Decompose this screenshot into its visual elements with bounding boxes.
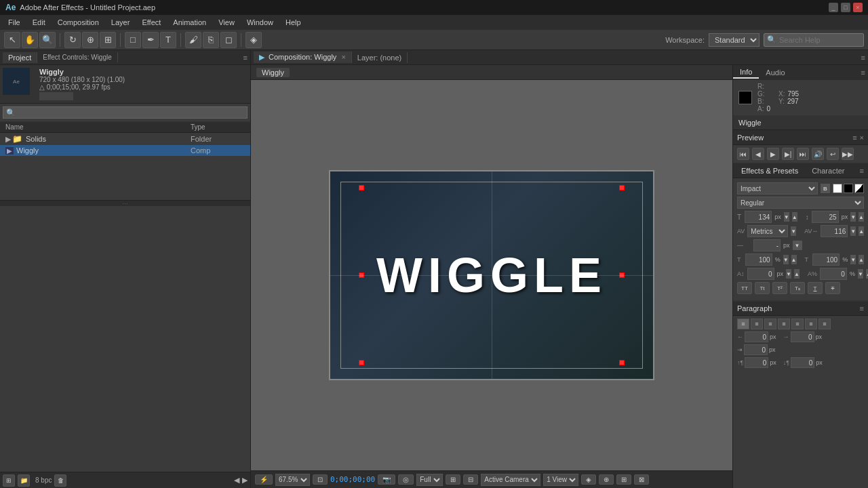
justify-last-right-btn[interactable]: ≡ — [805, 319, 817, 329]
render-mode-btn[interactable]: ◈ — [581, 474, 596, 485]
tsume-input[interactable] — [820, 268, 847, 280]
close-button[interactable]: × — [853, 3, 863, 12]
menu-effect[interactable]: Effect — [136, 17, 166, 28]
font-size-up[interactable]: ▲ — [792, 212, 797, 222]
minimize-button[interactable]: _ — [829, 3, 838, 12]
menu-animation[interactable]: Animation — [167, 17, 212, 28]
bs-down[interactable]: ▼ — [786, 269, 791, 279]
select-tool[interactable]: ↖ — [4, 32, 20, 48]
tab-audio[interactable]: Audio — [759, 67, 791, 78]
vs-up[interactable]: ▲ — [859, 255, 864, 264]
space-before-input[interactable] — [745, 357, 768, 368]
pan-behind-tool[interactable]: ⊞ — [100, 32, 116, 48]
rotation-tool[interactable]: ↻ — [64, 32, 81, 48]
active-camera-select[interactable]: Active Camera — [481, 474, 540, 486]
small-caps-btn[interactable]: Tt — [755, 282, 770, 294]
hand-tool[interactable]: ✋ — [22, 32, 38, 48]
justify-last-left-btn[interactable]: ≡ — [778, 319, 790, 329]
horiz-scale-input[interactable] — [745, 253, 772, 266]
menu-composition[interactable]: Composition — [52, 17, 104, 28]
para-left-indent[interactable] — [745, 331, 768, 342]
color-swatch-black[interactable] — [844, 184, 853, 193]
fast-preview-btn[interactable]: ⊕ — [599, 474, 614, 485]
color-swatch-tl[interactable] — [854, 184, 864, 193]
brush-tool[interactable]: 🖌 — [185, 32, 201, 48]
underline-btn[interactable]: T — [808, 282, 823, 294]
snap2grid-btn[interactable]: ⊠ — [634, 474, 649, 485]
tab-project[interactable]: Project — [3, 52, 37, 63]
kerning-down[interactable]: ▼ — [791, 226, 796, 236]
kerning-select[interactable]: Metrics — [747, 225, 788, 237]
justify-all-btn[interactable]: ≡ — [818, 319, 831, 329]
view-count-select[interactable]: 1 View — [543, 474, 578, 486]
panel-resize-handle[interactable] — [0, 201, 250, 206]
strikethrough-btn[interactable]: T — [825, 282, 840, 294]
preview-next-btn[interactable]: ▶| — [782, 148, 794, 160]
composition-canvas[interactable]: WIGGLE — [329, 170, 654, 380]
space-after-input[interactable] — [791, 357, 814, 368]
font-name-select[interactable]: Impact — [737, 182, 818, 195]
effects-panel-menu[interactable]: ≡ — [860, 167, 864, 175]
menu-edit[interactable]: Edit — [27, 17, 51, 28]
project-search-input[interactable] — [3, 106, 248, 119]
quality-select[interactable]: Full — [416, 474, 443, 486]
handle-tr[interactable] — [619, 185, 625, 190]
menu-window[interactable]: Window — [241, 17, 279, 28]
tab-layer[interactable]: Layer: (none) — [352, 52, 408, 63]
preview-tab-label[interactable]: Preview — [737, 134, 764, 142]
tab-effects-presets[interactable]: Effects & Presets — [737, 165, 802, 176]
baseline-input[interactable] — [753, 239, 781, 251]
tracking-down[interactable]: ▼ — [850, 226, 856, 236]
tab-effect-controls[interactable]: Effect Controls: Wiggle — [37, 52, 118, 62]
leading-up[interactable]: ▲ — [859, 212, 864, 222]
leading-down[interactable]: ▼ — [850, 212, 856, 222]
grid-btn[interactable]: ⊞ — [616, 474, 631, 485]
hs-down[interactable]: ▼ — [783, 255, 789, 264]
always-preview-btn[interactable]: ⚡ — [255, 474, 273, 485]
align-right-btn[interactable]: ≡ — [764, 319, 776, 329]
tab-info[interactable]: Info — [733, 66, 759, 79]
hs-up[interactable]: ▲ — [791, 255, 797, 264]
zoom-select[interactable]: 67.5% — [275, 474, 310, 486]
superscript-btn[interactable]: T² — [772, 282, 787, 294]
baseline-down[interactable]: ▼ — [793, 241, 802, 250]
align-left-btn[interactable]: ≡ — [737, 319, 749, 329]
font-size-input[interactable] — [745, 211, 772, 223]
preview-ram-btn[interactable]: ▶▶ — [842, 148, 854, 160]
preview-close[interactable]: × — [860, 134, 864, 142]
preview-loop-btn[interactable]: ↩ — [827, 148, 839, 160]
tab-character[interactable]: Character — [808, 165, 848, 176]
vs-down[interactable]: ▼ — [850, 255, 856, 264]
rect-tool[interactable]: □ — [125, 32, 141, 48]
next-comp-arrow[interactable]: ▶ — [242, 476, 248, 485]
color-swatch-white[interactable] — [833, 184, 842, 193]
zoom-tool[interactable]: 🔍 — [39, 32, 56, 48]
delete-button[interactable]: 🗑 — [54, 474, 66, 487]
transparency-btn[interactable]: ⊟ — [463, 474, 478, 485]
project-item-wiggly[interactable]: ▶ Wiggly Comp — [0, 145, 250, 156]
handle-tl[interactable] — [359, 185, 364, 190]
handle-br[interactable] — [619, 360, 625, 365]
tab-composition[interactable]: ▶ Composition: Wiggly × — [254, 52, 352, 63]
new-comp-button[interactable]: ⊞ — [3, 474, 15, 487]
preview-prev-btn[interactable]: ◀ — [752, 148, 764, 160]
workspace-select[interactable]: Standard — [709, 33, 760, 47]
region-btn[interactable]: ⊞ — [446, 474, 460, 485]
preview-last-btn[interactable]: ⏭ — [797, 148, 809, 160]
leading-input[interactable] — [812, 211, 839, 223]
menu-layer[interactable]: Layer — [106, 17, 136, 28]
preview-play-btn[interactable]: ▶ — [767, 148, 779, 160]
all-caps-btn[interactable]: TT — [737, 282, 752, 294]
puppet-tool[interactable]: ◈ — [245, 32, 262, 48]
menu-help[interactable]: Help — [280, 17, 307, 28]
tracking-input[interactable] — [821, 225, 848, 237]
paragraph-panel-menu[interactable]: ≡ — [860, 304, 864, 312]
tab-close-comp[interactable]: × — [341, 53, 345, 61]
search-input[interactable] — [779, 36, 861, 44]
viewer-panel-menu[interactable]: ≡ — [861, 54, 865, 62]
para-right-indent[interactable] — [791, 331, 814, 342]
maximize-button[interactable]: □ — [841, 3, 850, 12]
snap-btn[interactable]: 📷 — [378, 474, 395, 485]
prev-comp-arrow[interactable]: ◀ — [234, 476, 239, 485]
fit-comp-btn[interactable]: ⊡ — [313, 474, 328, 485]
